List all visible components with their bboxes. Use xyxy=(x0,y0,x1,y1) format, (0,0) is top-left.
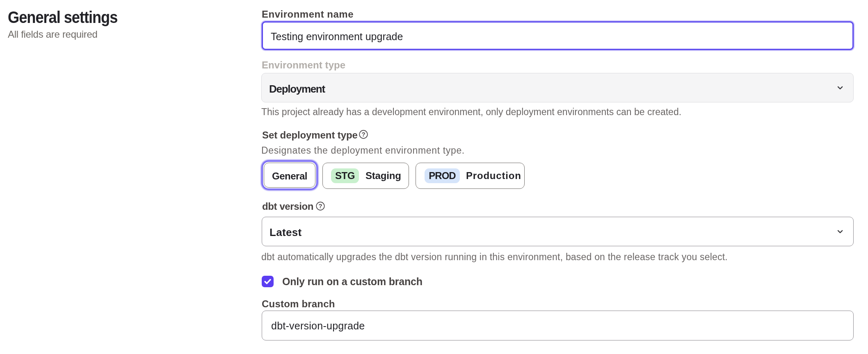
svg-text:?: ? xyxy=(361,131,365,138)
svg-text:?: ? xyxy=(318,202,322,209)
